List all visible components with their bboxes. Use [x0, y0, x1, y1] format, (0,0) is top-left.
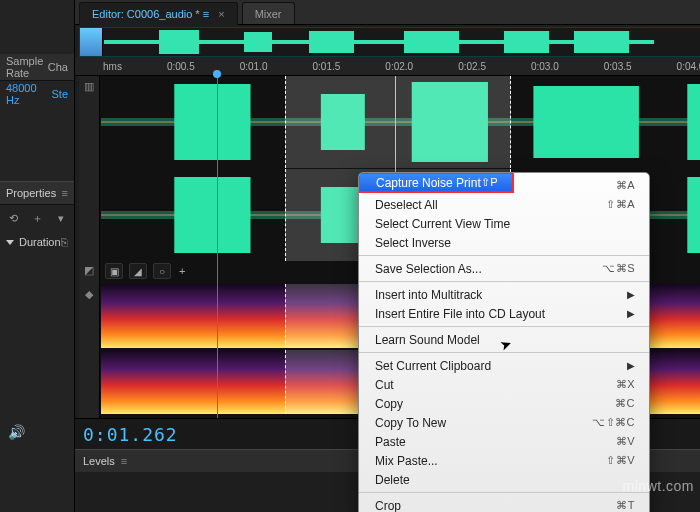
menu-item-select-current-view-time[interactable]: Select Current View Time — [359, 214, 649, 233]
overview-svg — [104, 28, 654, 56]
menu-item-label: Paste — [375, 435, 616, 449]
menu-item-capture-noise-print[interactable]: Capture Noise Print⇧P — [359, 173, 513, 192]
menu-item-label: Insert Entire File into CD Layout — [375, 307, 621, 321]
menu-item-shortcut: ⇧⌘A — [606, 198, 635, 211]
menu-item-cut[interactable]: Cut⌘X — [359, 375, 649, 394]
svg-rect-4 — [404, 31, 459, 53]
ruler-label: 0:02.5 — [458, 61, 486, 72]
ruler-label: 0:01.0 — [240, 61, 268, 72]
gutter-icon[interactable]: ◩ — [82, 264, 96, 278]
menu-item-shortcut: ⇧⌘V — [606, 454, 635, 467]
menu-item-shortcut: ⇧P — [481, 176, 498, 189]
left-panel: Sample Rate Cha 48000 Hz Ste Properties … — [0, 0, 74, 512]
add-icon[interactable]: ＋ — [30, 211, 44, 225]
gutter-icon[interactable]: ▥ — [82, 80, 96, 94]
menu-item-save-selection-as[interactable]: Save Selection As...⌥⌘S — [359, 259, 649, 278]
properties-toolbar: ⟲ ＋ ▾ — [0, 205, 74, 231]
svg-rect-3 — [309, 31, 354, 53]
menu-item-select-inverse[interactable]: Select Inverse — [359, 233, 649, 252]
submenu-arrow-icon: ▶ — [627, 360, 635, 371]
menu-item-label: Insert into Multitrack — [375, 288, 621, 302]
ruler-label: 0:03.0 — [531, 61, 559, 72]
overview-waveform[interactable] — [79, 27, 700, 57]
tab-mixer[interactable]: Mixer — [242, 2, 295, 24]
channels-value[interactable]: Ste — [51, 88, 68, 100]
duration-label: Duration — [19, 236, 61, 248]
gutter-icon[interactable]: ◆ — [82, 288, 96, 302]
menu-item-shortcut: ⌘V — [616, 435, 635, 448]
menu-item-insert-into-multitrack[interactable]: Insert into Multitrack▶ — [359, 285, 649, 304]
svg-rect-1 — [159, 30, 199, 54]
menu-item-learn-sound-model[interactable]: Learn Sound Model — [359, 330, 649, 349]
tool-btn[interactable]: ▣ — [105, 263, 123, 279]
channels-header: Cha — [48, 61, 68, 73]
properties-title: Properties — [6, 187, 56, 199]
panel-menu-icon[interactable]: ≡ — [62, 187, 68, 199]
levels-title: Levels — [83, 455, 115, 467]
timecode-display[interactable]: 0:01.262 — [83, 424, 178, 445]
svg-rect-6 — [574, 31, 629, 53]
tab-mixer-label: Mixer — [255, 8, 282, 20]
sample-rate-header: Sample Rate — [6, 55, 48, 79]
reset-icon[interactable]: ⟲ — [6, 211, 20, 225]
overview-badge — [80, 28, 103, 56]
tool-btn[interactable]: ○ — [153, 263, 171, 279]
context-menu[interactable]: Select All⌘ADeselect All⇧⌘ASelect Curren… — [358, 172, 650, 512]
disclosure-triangle-icon[interactable] — [6, 240, 14, 245]
close-icon[interactable]: × — [218, 8, 224, 20]
menu-item-shortcut: ⌘A — [616, 179, 635, 192]
svg-rect-12 — [533, 86, 639, 158]
time-ruler[interactable]: hms 0:00.5 0:01.0 0:01.5 0:02.0 0:02.5 0… — [75, 57, 700, 76]
ruler-label: hms — [103, 61, 122, 72]
tab-editor-menu-icon[interactable]: ≡ — [203, 8, 209, 20]
duration-row[interactable]: Duration ⎘ — [0, 231, 74, 253]
menu-item-deselect-all[interactable]: Deselect All⇧⌘A — [359, 195, 649, 214]
playhead[interactable] — [217, 76, 218, 418]
add-tool-icon[interactable]: + — [179, 265, 185, 277]
menu-item-label: Crop — [375, 499, 616, 513]
properties-panel-header[interactable]: Properties ≡ — [0, 181, 74, 205]
menu-item-paste[interactable]: Paste⌘V — [359, 432, 649, 451]
link-icon[interactable]: ⎘ — [61, 236, 68, 248]
menu-item-label: Delete — [375, 473, 635, 487]
speaker-icon[interactable]: 🔊 — [8, 424, 25, 440]
menu-item-label: Select Inverse — [375, 236, 635, 250]
menu-item-shortcut: ⌘C — [615, 397, 635, 410]
waveform-left-channel[interactable] — [101, 76, 700, 168]
ruler-label: 0:00.5 — [167, 61, 195, 72]
menu-item-set-current-clipboard[interactable]: Set Current Clipboard▶ — [359, 356, 649, 375]
svg-rect-9 — [174, 84, 250, 160]
menu-item-label: Select Current View Time — [375, 217, 635, 231]
menu-item-shortcut: ⌘X — [616, 378, 635, 391]
filter-icon[interactable]: ▾ — [54, 211, 68, 225]
sample-rate-header-row: Sample Rate Cha — [0, 54, 74, 81]
tab-editor-prefix: Editor: — [92, 8, 124, 20]
track-gutter: ▥ ◩ ◆ — [79, 76, 100, 418]
tab-editor[interactable]: Editor: C0006_audio * ≡ × — [79, 2, 238, 25]
menu-item-insert-entire-file-into-cd-layout[interactable]: Insert Entire File into CD Layout▶ — [359, 304, 649, 323]
menu-item-crop[interactable]: Crop⌘T — [359, 496, 649, 512]
playhead-handle-icon[interactable] — [213, 70, 221, 78]
tab-bar: Editor: C0006_audio * ≡ × Mixer — [75, 0, 700, 25]
menu-item-shortcut: ⌘T — [616, 499, 635, 512]
svg-rect-21 — [687, 177, 700, 253]
menu-item-label: Learn Sound Model — [375, 333, 635, 347]
menu-item-delete[interactable]: Delete — [359, 470, 649, 489]
tab-editor-file: C0006_audio * — [127, 8, 200, 20]
menu-item-label: Cut — [375, 378, 616, 392]
menu-item-copy-to-new[interactable]: Copy To New⌥⇧⌘C — [359, 413, 649, 432]
sample-rate-value-row: 48000 Hz Ste — [0, 81, 74, 107]
svg-rect-13 — [687, 84, 700, 160]
svg-rect-17 — [174, 177, 250, 253]
panel-menu-icon[interactable]: ≡ — [121, 455, 127, 467]
menu-item-copy[interactable]: Copy⌘C — [359, 394, 649, 413]
selection[interactable] — [285, 76, 510, 168]
menu-item-label: Deselect All — [375, 198, 606, 212]
ruler-label: 0:04.0 — [677, 61, 700, 72]
tool-btn[interactable]: ◢ — [129, 263, 147, 279]
sample-rate-value[interactable]: 48000 Hz — [6, 82, 41, 106]
menu-item-label: Capture Noise Print — [376, 176, 481, 190]
menu-item-mix-paste[interactable]: Mix Paste...⇧⌘V — [359, 451, 649, 470]
menu-item-shortcut: ⌥⌘S — [602, 262, 635, 275]
submenu-arrow-icon: ▶ — [627, 289, 635, 300]
